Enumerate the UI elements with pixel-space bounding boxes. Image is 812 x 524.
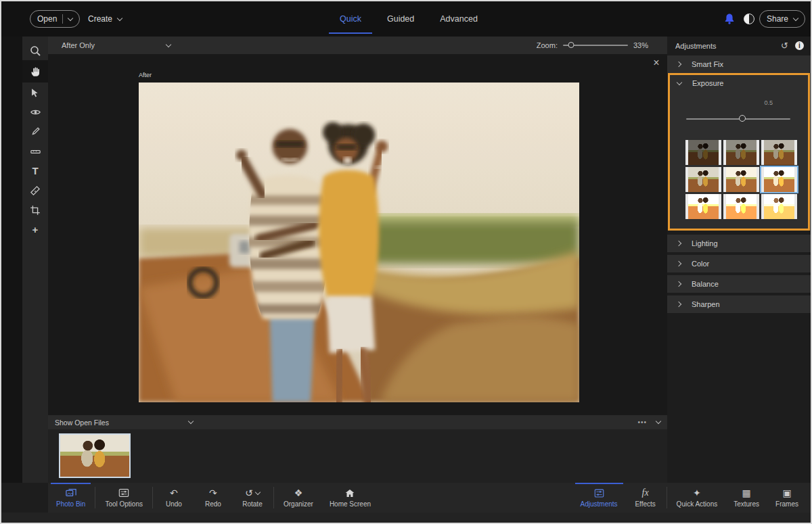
adjustments-button[interactable]: Adjustments bbox=[572, 483, 626, 513]
tool-rail: T + bbox=[22, 37, 48, 483]
share-label: Share bbox=[767, 14, 788, 24]
frames-button[interactable]: ▣ Frames bbox=[767, 483, 807, 513]
zoom-slider-handle[interactable] bbox=[568, 42, 574, 48]
straighten-ruler-icon bbox=[29, 145, 42, 158]
quick-actions-button[interactable]: ✦ Quick Actions bbox=[669, 483, 726, 513]
section-label: Balance bbox=[692, 280, 719, 288]
move-tool-button[interactable]: + bbox=[22, 220, 48, 239]
exposure-value: 0.5 bbox=[764, 99, 773, 106]
open-label: Open bbox=[37, 14, 57, 24]
effects-button[interactable]: fx Effects bbox=[626, 483, 665, 513]
exposure-slider-handle[interactable] bbox=[739, 115, 746, 122]
type-tool-button[interactable]: T bbox=[22, 161, 48, 181]
exposure-slider[interactable] bbox=[686, 118, 790, 120]
info-icon[interactable]: i bbox=[795, 41, 804, 50]
exposure-preview-thumb[interactable] bbox=[685, 140, 721, 165]
exposure-preview-thumb[interactable] bbox=[723, 194, 759, 219]
home-screen-button[interactable]: Home Screen bbox=[321, 483, 379, 513]
zoom-tool-button[interactable] bbox=[22, 41, 48, 60]
undo-icon: ↶ bbox=[170, 487, 178, 498]
taskbar-label: Effects bbox=[635, 500, 655, 508]
taskbar-label: Photo Bin bbox=[56, 500, 85, 508]
photo-bin-button[interactable]: Photo Bin bbox=[48, 483, 93, 513]
exposure-preview-thumb[interactable] bbox=[723, 167, 759, 192]
quick-selection-tool-button[interactable] bbox=[22, 82, 48, 102]
exposure-preview-thumb[interactable] bbox=[685, 167, 721, 192]
brush-icon bbox=[29, 126, 41, 138]
whiten-teeth-tool-button[interactable] bbox=[22, 122, 48, 141]
mode-tabs: Quick Guided Advanced bbox=[338, 1, 479, 37]
adjustments-panel-title: Adjustments bbox=[675, 42, 717, 50]
eye-icon bbox=[29, 105, 42, 118]
zoom-slider[interactable] bbox=[563, 45, 628, 46]
collapse-bin-chevron-icon[interactable] bbox=[656, 419, 661, 424]
zoom-label: Zoom: bbox=[537, 41, 558, 49]
view-mode-dropdown-chevron-icon[interactable] bbox=[166, 41, 171, 47]
tool-options-button[interactable]: Tool Options bbox=[97, 483, 151, 513]
redo-icon: ↷ bbox=[209, 487, 217, 498]
chevron-right-icon bbox=[676, 302, 681, 307]
exposure-preview-thumb[interactable] bbox=[685, 194, 721, 219]
chevron-right-icon bbox=[676, 241, 681, 246]
taskbar-label: Undo bbox=[166, 500, 182, 508]
chevron-down-icon[interactable] bbox=[68, 15, 73, 20]
photo-bin-icon bbox=[65, 487, 77, 498]
selection-arrow-icon bbox=[29, 87, 41, 99]
taskbar-label: Rotate bbox=[242, 500, 262, 508]
notifications-bell-icon[interactable] bbox=[723, 12, 736, 26]
close-icon[interactable]: × bbox=[649, 55, 664, 70]
rotate-button[interactable]: ↺ Rotate bbox=[233, 483, 272, 513]
more-options-icon[interactable]: ••• bbox=[637, 419, 647, 426]
open-file-thumbnail[interactable] bbox=[59, 433, 131, 478]
thumbnail-image bbox=[60, 435, 129, 477]
crop-icon bbox=[29, 204, 41, 216]
create-button[interactable]: Create bbox=[88, 10, 122, 28]
straighten-tool-button[interactable] bbox=[22, 141, 48, 161]
move-tool-icon: + bbox=[32, 224, 39, 235]
taskbar-label: Organizer bbox=[284, 500, 313, 508]
exposure-preview-thumb[interactable] bbox=[723, 140, 759, 165]
exposure-header[interactable]: Exposure bbox=[670, 75, 808, 91]
section-color[interactable]: Color bbox=[667, 255, 811, 272]
redo-button[interactable]: ↷ Redo bbox=[194, 483, 233, 513]
exposure-preview-thumb[interactable] bbox=[761, 194, 797, 219]
undo-button[interactable]: ↶ Undo bbox=[154, 483, 194, 513]
taskbar-left-stub bbox=[1, 483, 48, 513]
tab-advanced[interactable]: Advanced bbox=[438, 2, 479, 36]
taskbar-label: Adjustments bbox=[581, 500, 618, 508]
open-button[interactable]: Open bbox=[30, 10, 80, 28]
section-lighting[interactable]: Lighting bbox=[667, 235, 811, 252]
section-smart-fix[interactable]: Smart Fix bbox=[667, 55, 811, 73]
spot-healing-brush-tool-button[interactable] bbox=[22, 181, 48, 200]
healing-brush-icon bbox=[29, 185, 41, 197]
chevron-down-icon bbox=[117, 15, 122, 20]
exposure-preview-thumb-selected[interactable] bbox=[761, 167, 797, 192]
section-label: Lighting bbox=[692, 239, 718, 247]
section-sharpen[interactable]: Sharpen bbox=[667, 295, 811, 313]
section-balance[interactable]: Balance bbox=[667, 275, 811, 293]
chevron-down-icon bbox=[793, 15, 798, 20]
organizer-button[interactable]: ❖ Organizer bbox=[275, 483, 321, 513]
textures-button[interactable]: ▦ Textures bbox=[725, 483, 767, 513]
bottom-strip bbox=[1, 513, 811, 523]
taskbar-label: Redo bbox=[205, 500, 221, 508]
rotate-icon: ↺ bbox=[245, 487, 253, 498]
section-label: Exposure bbox=[692, 79, 723, 87]
show-open-files-chevron-icon[interactable] bbox=[188, 419, 194, 424]
organizer-icon: ❖ bbox=[294, 487, 303, 498]
red-eye-removal-tool-button[interactable] bbox=[22, 102, 48, 122]
zoom-control: Zoom: 33% bbox=[537, 37, 648, 54]
reset-panel-icon[interactable]: ↺ bbox=[781, 41, 788, 51]
theme-contrast-icon[interactable] bbox=[744, 14, 754, 24]
exposure-preview-thumb[interactable] bbox=[761, 140, 797, 165]
divider bbox=[667, 487, 667, 508]
tab-quick[interactable]: Quick bbox=[338, 2, 363, 36]
tool-options-icon bbox=[118, 487, 130, 498]
frames-icon: ▣ bbox=[782, 487, 791, 498]
crop-tool-button[interactable] bbox=[22, 200, 48, 220]
tab-guided[interactable]: Guided bbox=[386, 2, 415, 36]
show-open-files-label[interactable]: Show Open Files bbox=[55, 419, 109, 427]
hand-tool-button[interactable] bbox=[22, 60, 48, 82]
sparkle-icon: ✦ bbox=[693, 487, 701, 498]
share-button[interactable]: Share bbox=[759, 10, 805, 28]
